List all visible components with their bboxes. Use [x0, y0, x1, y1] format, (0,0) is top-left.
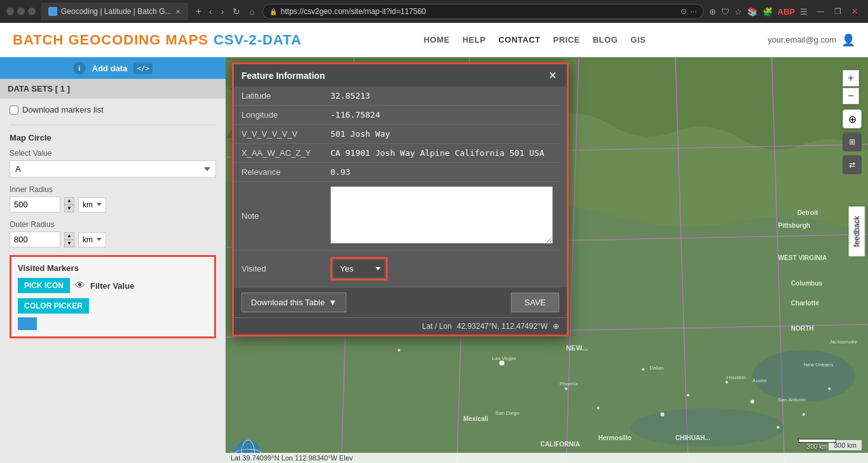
table-row: Relevance0.93 [234, 163, 560, 182]
svg-point-16 [687, 394, 689, 396]
nav-home[interactable]: HOME [424, 35, 450, 45]
zoom-in-button[interactable]: + [843, 70, 859, 86]
outer-radius-row: ▲ ▼ km mi [10, 232, 216, 247]
outer-radius-input[interactable] [10, 232, 60, 247]
save-button[interactable]: SAVE [511, 293, 559, 312]
svg-text:Phoenix: Phoenix [560, 381, 578, 387]
note-cell [323, 182, 560, 251]
feature-modal: Feature Information ✕ Latitude32.85213Lo… [232, 62, 569, 336]
outer-radius-up[interactable]: ▲ [64, 232, 74, 240]
feedback-button[interactable]: feedback [849, 207, 865, 257]
filter-value-label: Filter Value [90, 281, 134, 291]
modal-scroll-area[interactable]: Latitude32.85213Longitude-116.75824V_V_V… [234, 86, 560, 287]
inner-radius-label: Inner Radius [10, 185, 216, 194]
download-table-button[interactable]: Download this Table ▼ [241, 293, 346, 312]
back-button[interactable]: ‹ [207, 5, 215, 18]
table-row: Longitude-116.75824 [234, 106, 560, 125]
download-markers-checkbox[interactable] [10, 106, 18, 114]
svg-text:Columbus: Columbus [791, 280, 823, 287]
outer-radius-down[interactable]: ▼ [64, 240, 74, 247]
forward-button[interactable]: › [219, 5, 227, 18]
svg-text:Charlotte: Charlotte [791, 300, 820, 307]
svg-point-18 [750, 399, 754, 403]
outer-radius-spinners[interactable]: ▲ ▼ [64, 232, 74, 247]
nav-blog[interactable]: BLOG [593, 35, 618, 45]
modal-close-button[interactable]: ✕ [546, 69, 559, 81]
inner-radius-spinners[interactable]: ▲ ▼ [64, 197, 74, 212]
user-area[interactable]: your.email@g.com 👤 [768, 33, 855, 47]
gamepad-button[interactable]: ⊞ [843, 132, 862, 151]
nav-contact[interactable]: CONTACT [498, 35, 540, 45]
user-email: your.email@g.com [768, 35, 836, 45]
minimize-button[interactable]: — [813, 7, 828, 16]
modal-footer: Download this Table ▼ SAVE [234, 287, 567, 317]
inner-radius-down[interactable]: ▼ [64, 205, 74, 212]
adblock-icon: ABP [778, 7, 795, 17]
info-icon[interactable]: i [73, 62, 86, 74]
logo[interactable]: BATCH GEOCODING MAPS CSV-2-DATA [13, 32, 302, 48]
outer-radius-label: Outer Radius [10, 220, 216, 229]
svg-point-13 [597, 407, 599, 410]
color-swatch[interactable] [18, 317, 37, 330]
svg-text:Houston: Houston [727, 375, 746, 380]
locate-button[interactable]: ⊕ [843, 109, 862, 128]
add-data-button[interactable]: Add data [92, 64, 128, 73]
user-avatar-icon: 👤 [841, 33, 855, 47]
zoom-out-button[interactable]: − [843, 88, 859, 104]
tab-close[interactable]: ✕ [175, 8, 180, 15]
nav-price[interactable]: PRICE [553, 35, 580, 45]
location-icon[interactable]: ⊕ [553, 322, 559, 331]
svg-point-11 [398, 349, 400, 352]
inner-radius-up[interactable]: ▲ [64, 197, 74, 205]
info-table: Latitude32.85213Longitude-116.75824V_V_V… [234, 86, 560, 251]
visited-markers-title: Visited Markers [18, 263, 208, 273]
browser-tab[interactable]: Geocoding | Latitude | Batch G... ✕ [41, 3, 188, 20]
home-button[interactable]: ⌂ [247, 5, 257, 18]
map-container[interactable]: Helena Boise Reno Salt Lake City Las Veg… [226, 57, 868, 463]
color-picker-button[interactable]: COLOR PICKER [18, 298, 89, 314]
svg-point-15 [660, 413, 664, 417]
nav-help[interactable]: HELP [463, 35, 486, 45]
svg-point-19 [776, 426, 779, 429]
inner-radius-input[interactable] [10, 197, 60, 212]
eye-icon[interactable]: 👁 [75, 280, 85, 291]
field-key: Relevance [234, 163, 323, 182]
browser-chrome: Geocoding | Latitude | Batch G... ✕ + ‹ … [0, 0, 868, 23]
browser-controls: ‹ › ↻ ⌂ [207, 5, 257, 18]
main-container: i Add data </> DATA SETS [ 1 ] Download … [0, 57, 868, 463]
map-circle-label: Map Circle [10, 133, 216, 142]
svg-point-21 [828, 387, 831, 390]
bookmarks-icon[interactable]: 📚 [747, 7, 757, 17]
logo-csv: CSV-2-DATA [214, 32, 302, 48]
svg-text:WEST VIRGINIA: WEST VIRGINIA [778, 254, 827, 261]
select-value-dropdown[interactable]: A [10, 160, 216, 177]
outer-radius-unit[interactable]: km mi [78, 232, 106, 247]
refresh-button[interactable]: ↻ [230, 5, 243, 18]
code-icon[interactable]: </> [133, 63, 153, 74]
leaflet-text: Leaflet [228, 444, 249, 452]
leaflet-attribution[interactable]: Leaflet [228, 444, 249, 452]
inner-radius-unit[interactable]: km mi [78, 197, 106, 212]
add-tab-button[interactable]: + [196, 6, 201, 17]
svg-point-10 [499, 361, 505, 366]
pick-icon-button[interactable]: PICK ICON [18, 278, 70, 293]
maximize-button[interactable]: ❐ [831, 7, 845, 16]
field-key: V_V_V_V_V_V [234, 125, 323, 144]
dot3 [28, 8, 36, 15]
extensions2-icon[interactable]: 🧩 [763, 7, 773, 17]
field-key: Latitude [234, 86, 323, 106]
browser-dots [6, 8, 36, 15]
menu-icon[interactable]: ☰ [800, 7, 808, 17]
link-button[interactable]: ⇄ [843, 155, 862, 174]
address-bar[interactable]: 🔒 https://csv2geo.com/site/map-it?id=117… [262, 4, 704, 19]
svg-point-17 [726, 381, 728, 384]
note-textarea[interactable] [330, 186, 553, 244]
lock-icon: 🔒 [269, 8, 277, 15]
field-key: X_AA_W_AC_Z_Y [234, 144, 323, 163]
star-icon[interactable]: ☆ [735, 7, 742, 17]
visited-select[interactable]: Yes No [334, 260, 384, 277]
download-table-label: Download this Table [251, 298, 325, 307]
window-close-button[interactable]: ✕ [848, 7, 862, 16]
nav-gis[interactable]: GIS [630, 35, 646, 45]
download-markers-label[interactable]: Download markers list [22, 105, 104, 114]
